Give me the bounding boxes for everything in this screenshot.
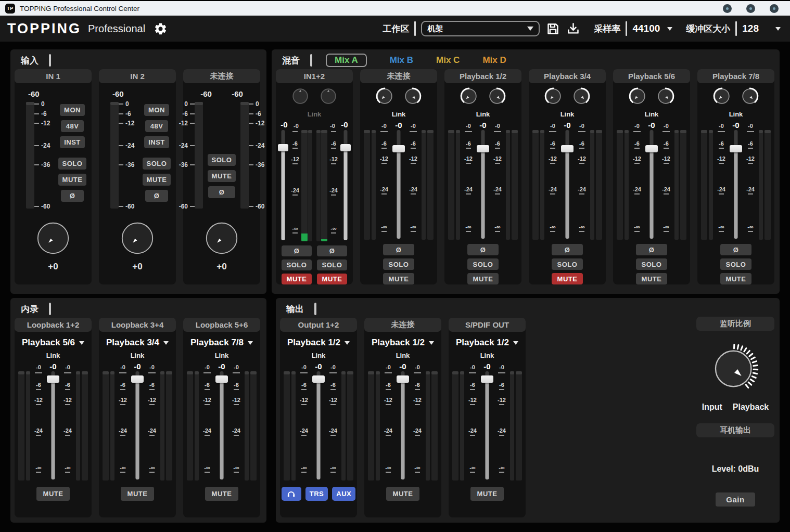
mute-button[interactable]: MUTE xyxy=(386,487,419,501)
fader[interactable] xyxy=(131,371,144,481)
fader[interactable] xyxy=(392,130,405,240)
solo-button[interactable]: SOLO xyxy=(282,259,312,270)
mute-button[interactable]: MUTE xyxy=(205,487,238,501)
mute-button[interactable]: MUTE xyxy=(467,273,499,284)
pan-right-knob[interactable] xyxy=(740,86,760,108)
phase-button[interactable]: Ø xyxy=(552,244,583,255)
gain-knob[interactable] xyxy=(205,221,239,257)
pan-right-knob[interactable] xyxy=(487,86,507,108)
fader[interactable] xyxy=(312,371,325,481)
window-close-button[interactable] xyxy=(770,4,779,13)
chevron-down-icon[interactable] xyxy=(775,27,781,31)
tab-mix-c[interactable]: Mix C xyxy=(436,55,460,66)
tab-mix-b[interactable]: Mix B xyxy=(390,55,413,66)
source-select[interactable]: Playback 1/2 xyxy=(372,336,434,349)
mon-button[interactable]: MON xyxy=(60,104,85,116)
link-label[interactable]: Link xyxy=(645,110,659,119)
settings-gear-icon[interactable] xyxy=(154,22,168,36)
solo-button[interactable]: SOLO xyxy=(636,258,667,270)
phase-button[interactable]: Ø xyxy=(636,244,667,255)
link-label[interactable]: Link xyxy=(392,110,406,119)
mute-button[interactable]: MUTE xyxy=(470,487,504,501)
source-select[interactable]: Playback 1/2 xyxy=(456,336,518,349)
source-select[interactable]: Playback 5/6 xyxy=(22,336,84,349)
tab-mix-d[interactable]: Mix D xyxy=(482,55,506,66)
pan-right-knob[interactable] xyxy=(656,86,676,108)
solo-button[interactable]: SOLO xyxy=(143,158,171,170)
headphone-output-button[interactable] xyxy=(282,487,301,501)
pan-right-knob[interactable] xyxy=(318,86,338,108)
source-select[interactable]: Playback 3/4 xyxy=(106,336,169,349)
link-label[interactable]: Link xyxy=(476,110,490,119)
phase-button[interactable]: Ø xyxy=(145,190,168,202)
chevron-down-icon[interactable] xyxy=(667,27,672,31)
link-label[interactable]: Link xyxy=(396,352,410,360)
pan-right-knob[interactable] xyxy=(571,86,591,108)
phase-button[interactable]: Ø xyxy=(720,244,751,255)
mon-button[interactable]: MON xyxy=(144,104,169,116)
mute-button[interactable]: MUTE xyxy=(143,174,171,186)
phase-button[interactable]: Ø xyxy=(317,245,347,256)
monitor-ratio-knob[interactable] xyxy=(705,339,766,400)
phantom-48v-button[interactable]: 48V xyxy=(145,120,168,132)
mute-button[interactable]: MUTE xyxy=(383,273,414,284)
aux-button[interactable]: AUX xyxy=(332,487,355,501)
fader[interactable] xyxy=(277,130,289,241)
solo-button[interactable]: SOLO xyxy=(552,258,583,270)
tab-mix-a[interactable]: Mix A xyxy=(326,54,367,67)
fader[interactable] xyxy=(397,371,409,481)
phase-button[interactable]: Ø xyxy=(467,244,499,255)
fader[interactable] xyxy=(730,130,742,240)
source-select[interactable]: Playback 7/8 xyxy=(190,336,253,349)
mute-button[interactable]: MUTE xyxy=(121,487,154,501)
window-maximize-button[interactable] xyxy=(746,4,755,13)
gain-knob[interactable] xyxy=(36,221,70,257)
mute-button[interactable]: MUTE xyxy=(636,273,667,284)
fader[interactable] xyxy=(561,130,574,240)
phase-button[interactable]: Ø xyxy=(208,186,235,198)
trs-button[interactable]: TRS xyxy=(305,487,328,501)
window-minimize-button[interactable] xyxy=(723,4,732,13)
pan-left-knob[interactable] xyxy=(290,86,310,108)
mute-button[interactable]: MUTE xyxy=(552,273,583,284)
pan-left-knob[interactable] xyxy=(543,86,563,108)
solo-button[interactable]: SOLO xyxy=(383,258,414,270)
pan-left-knob[interactable] xyxy=(712,86,732,108)
gain-button[interactable]: Gain xyxy=(716,492,755,507)
phase-button[interactable]: Ø xyxy=(383,244,414,255)
link-label[interactable]: Link xyxy=(480,352,494,360)
solo-button[interactable]: SOLO xyxy=(467,258,499,270)
inst-button[interactable]: INST xyxy=(60,136,85,148)
mute-button[interactable]: MUTE xyxy=(720,273,751,284)
solo-button[interactable]: SOLO xyxy=(208,154,236,166)
pan-left-knob[interactable] xyxy=(375,86,394,108)
pan-left-knob[interactable] xyxy=(628,86,647,108)
pan-left-knob[interactable] xyxy=(459,86,479,108)
buffer-size-value[interactable]: 128 xyxy=(742,23,759,34)
solo-button[interactable]: SOLO xyxy=(720,258,751,270)
fader[interactable] xyxy=(215,371,228,481)
link-label[interactable]: Link xyxy=(308,110,322,119)
download-icon[interactable] xyxy=(566,22,580,36)
mute-button[interactable]: MUTE xyxy=(36,487,70,501)
pan-right-knob[interactable] xyxy=(403,86,423,108)
gain-knob[interactable] xyxy=(120,221,155,257)
fader[interactable] xyxy=(340,130,351,241)
link-label[interactable]: Link xyxy=(46,352,60,360)
fader[interactable] xyxy=(645,130,658,240)
link-label[interactable]: Link xyxy=(729,110,743,119)
mute-button[interactable]: MUTE xyxy=(317,274,347,284)
mute-button[interactable]: MUTE xyxy=(208,170,236,182)
phase-button[interactable]: Ø xyxy=(282,245,312,256)
inst-button[interactable]: INST xyxy=(144,136,169,148)
solo-button[interactable]: SOLO xyxy=(317,259,347,270)
workspace-select[interactable]: 机架 xyxy=(421,21,540,36)
mute-button[interactable]: MUTE xyxy=(282,274,312,284)
link-label[interactable]: Link xyxy=(560,110,575,119)
phantom-48v-button[interactable]: 48V xyxy=(61,120,84,132)
fader[interactable] xyxy=(47,371,59,481)
fader[interactable] xyxy=(481,371,493,481)
phase-button[interactable]: Ø xyxy=(61,190,84,202)
link-label[interactable]: Link xyxy=(215,352,229,360)
sample-rate-value[interactable]: 44100 xyxy=(632,23,660,34)
